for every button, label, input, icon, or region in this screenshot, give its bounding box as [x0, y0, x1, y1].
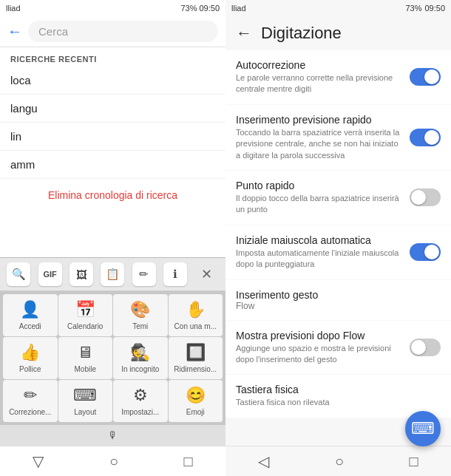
- kb-cell-2[interactable]: 🎨 Temi: [113, 294, 168, 336]
- toggle-mostra-previsioni[interactable]: [410, 339, 441, 356]
- kb-cell-3[interactable]: ✋ Con una m...: [169, 294, 223, 336]
- setting-title-tastiera-fisica: Tastiera fisica: [236, 384, 441, 395]
- clear-history-button[interactable]: Elimina cronologia di ricerca: [0, 179, 226, 211]
- kb-cell-7[interactable]: 🔲 Ridimensio...: [169, 337, 223, 379]
- kb-cell-icon-0: 👤: [20, 300, 40, 319]
- keyboard-bottom: 🎙: [0, 425, 226, 446]
- setting-title-inserimento-gesto: Inserimento gesto: [236, 289, 441, 301]
- kb-info-btn[interactable]: ℹ: [163, 262, 187, 286]
- right-panel: lliad 73% 09:50 ← Digitazione Autocorrez…: [226, 0, 451, 476]
- time-left: 09:50: [199, 4, 220, 13]
- kb-cell-icon-6: 🕵: [130, 343, 150, 362]
- fab-keyboard-button[interactable]: ⌨: [405, 411, 441, 446]
- nav-back-right[interactable]: ◁: [258, 452, 269, 470]
- toggle-iniziale-maiuscola[interactable]: [410, 243, 441, 261]
- kb-cell-11[interactable]: 😊 Emoji: [169, 380, 223, 422]
- kb-cell-1[interactable]: 📅 Calendario: [58, 294, 113, 336]
- setting-text-inserimento-gesto: Inserimento gestoFlow: [236, 289, 441, 311]
- right-wrapper: lliad 73% 09:50 ← Digitazione Autocorrez…: [226, 0, 451, 476]
- kb-cell-8[interactable]: ✏ Correzione...: [3, 380, 58, 422]
- setting-item-inserimento-gesto[interactable]: Inserimento gestoFlow: [226, 280, 451, 320]
- kb-cell-label-8: Correzione...: [9, 408, 51, 416]
- search-input[interactable]: Cerca: [28, 21, 218, 42]
- nav-home-left[interactable]: ○: [109, 453, 118, 470]
- kb-cell-label-0: Accedi: [19, 322, 41, 330]
- setting-desc-mostra-previsioni: Aggiunge uno spazio e mostra le previsio…: [236, 343, 402, 366]
- nav-home-right[interactable]: ○: [335, 453, 344, 470]
- kb-cell-icon-1: 📅: [75, 300, 95, 319]
- search-bar: ← Cerca: [0, 16, 226, 47]
- kb-close-btn[interactable]: ✕: [195, 262, 219, 286]
- recent-label: RICERCHE RECENTI: [0, 47, 226, 67]
- setting-title-autocorrezione: Autocorrezione: [236, 59, 402, 71]
- kb-cell-icon-8: ✏: [24, 386, 37, 405]
- battery-left: 73%: [180, 4, 197, 13]
- keyboard-grid: 👤 Accedi 📅 Calendario 🎨 Temi ✋ Con una m…: [0, 291, 226, 425]
- setting-desc-tastiera-fisica: Tastiera fisica non rilevata: [236, 397, 441, 408]
- page-header: ← Digitazione: [226, 16, 451, 50]
- kb-cell-label-6: In incognito: [121, 365, 159, 373]
- kb-cell-icon-9: ⌨: [73, 386, 97, 405]
- setting-title-mostra-previsioni: Mostra previsioni dopo Flow: [236, 330, 402, 341]
- battery-right: 73%: [405, 4, 421, 13]
- nav-back-left[interactable]: ▽: [33, 452, 44, 470]
- setting-text-tastiera-fisica: Tastiera fisicaTastiera fisica non rilev…: [236, 384, 441, 408]
- kb-cell-10[interactable]: ⚙ Impostazi...: [113, 380, 168, 422]
- toggle-inserimento-rapido[interactable]: [410, 129, 441, 146]
- kb-cell-label-4: Pollice: [19, 365, 41, 373]
- keyboard-area: 🔍 GIF 🖼 📋 ✏ ℹ ✕ 👤 Accedi 📅 Calendario 🎨 …: [0, 257, 226, 446]
- kb-search-btn[interactable]: 🔍: [7, 262, 30, 286]
- setting-item-inserimento-rapido[interactable]: Inserimento previsione rapidoToccando la…: [226, 105, 451, 170]
- recent-item-4[interactable]: amm: [0, 151, 226, 179]
- kb-cell-icon-11: 😊: [186, 386, 206, 405]
- toggle-autocorrezione[interactable]: [410, 68, 441, 86]
- page-title: Digitazione: [261, 24, 342, 43]
- status-bar-right: lliad 73% 09:50: [226, 0, 451, 16]
- toggle-punto-rapido[interactable]: [410, 188, 441, 206]
- kb-cell-4[interactable]: 👍 Pollice: [3, 337, 58, 379]
- kb-cell-icon-5: 🖥: [77, 343, 93, 362]
- setting-desc-punto-rapido: Il doppio tocco della barra spaziatrice …: [236, 193, 402, 216]
- kb-cell-0[interactable]: 👤 Accedi: [3, 294, 58, 336]
- setting-text-punto-rapido: Punto rapidoIl doppio tocco della barra …: [236, 180, 402, 216]
- kb-image-btn[interactable]: 🖼: [69, 262, 93, 286]
- time-right: 09:50: [424, 4, 445, 13]
- setting-text-iniziale-maiuscola: Iniziale maiuscola automaticaImposta aut…: [236, 234, 402, 271]
- kb-cell-label-3: Con una m...: [174, 322, 217, 330]
- kb-cell-label-1: Calendario: [67, 322, 103, 330]
- setting-title-inserimento-rapido: Inserimento previsione rapido: [236, 114, 402, 126]
- keyboard-toolbar: 🔍 GIF 🖼 📋 ✏ ℹ ✕: [0, 258, 226, 291]
- setting-item-iniziale-maiuscola[interactable]: Iniziale maiuscola automaticaImposta aut…: [226, 225, 451, 279]
- carrier-left: lliad: [6, 4, 21, 13]
- setting-item-mostra-previsioni[interactable]: Mostra previsioni dopo FlowAggiunge uno …: [226, 321, 451, 375]
- nav-recents-right[interactable]: □: [410, 453, 418, 470]
- kb-cell-label-11: Emoji: [186, 408, 205, 416]
- kb-gif-btn[interactable]: GIF: [38, 262, 62, 286]
- kb-cell-5[interactable]: 🖥 Mobile: [58, 337, 113, 379]
- setting-item-autocorrezione[interactable]: AutocorrezioneLe parole verranno corrett…: [226, 50, 451, 104]
- setting-title-iniziale-maiuscola: Iniziale maiuscola automatica: [236, 234, 402, 246]
- carrier-right: lliad: [231, 4, 246, 13]
- setting-title-punto-rapido: Punto rapido: [236, 180, 402, 191]
- back-button-left[interactable]: ←: [7, 23, 22, 40]
- recent-item-2[interactable]: langu: [0, 95, 226, 123]
- kb-cell-icon-10: ⚙: [133, 386, 148, 405]
- recent-item-3[interactable]: lin: [0, 123, 226, 151]
- recent-item-1[interactable]: loca: [0, 67, 226, 95]
- setting-text-mostra-previsioni: Mostra previsioni dopo FlowAggiunge uno …: [236, 330, 402, 366]
- kb-cell-label-9: Layout: [74, 408, 96, 416]
- nav-bar-right: ◁ ○ □: [226, 446, 451, 476]
- left-panel: lliad 73% 09:50 ← Cerca RICERCHE RECENTI…: [0, 0, 226, 476]
- kb-cell-9[interactable]: ⌨ Layout: [58, 380, 113, 422]
- kb-clipboard-btn[interactable]: 📋: [101, 262, 124, 286]
- kb-cell-label-2: Temi: [132, 322, 148, 330]
- status-bar-left: lliad 73% 09:50: [0, 0, 226, 16]
- back-button-right[interactable]: ←: [236, 24, 252, 43]
- kb-cell-6[interactable]: 🕵 In incognito: [113, 337, 168, 379]
- nav-bar-left: ▽ ○ □: [0, 446, 226, 476]
- setting-item-punto-rapido[interactable]: Punto rapidoIl doppio tocco della barra …: [226, 171, 451, 225]
- kb-edit-btn[interactable]: ✏: [132, 262, 156, 286]
- kb-mic-btn[interactable]: 🎙: [108, 429, 118, 441]
- nav-recents-left[interactable]: □: [184, 453, 193, 470]
- kb-cell-label-7: Ridimensio...: [174, 365, 217, 373]
